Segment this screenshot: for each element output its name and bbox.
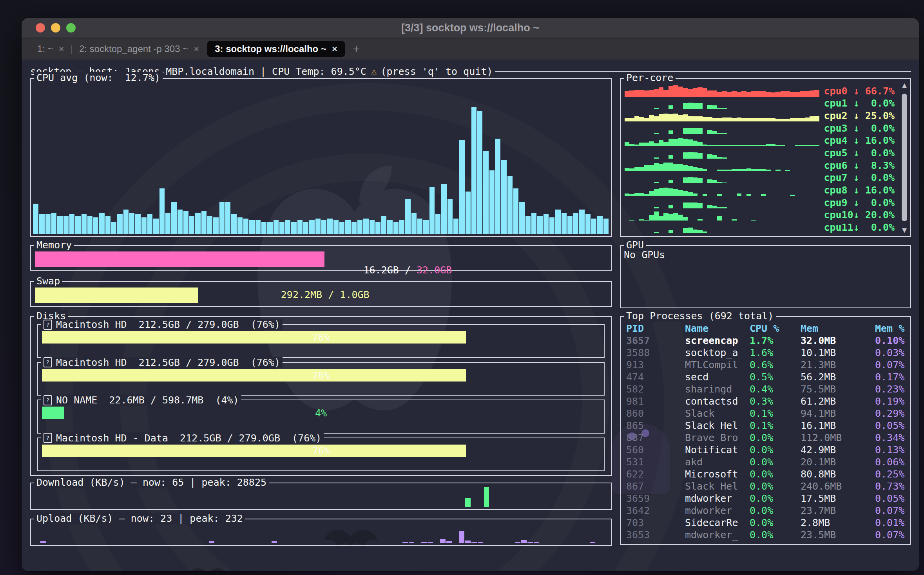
chart-bar [261,222,266,234]
chart-bar [471,542,477,543]
memory-title: Memory [34,239,74,251]
per-core-panel: Per-core cpu0 ↓ 66.7%cpu1 ↓ 0.0%cpu2 ↓ 2… [620,78,911,237]
process-row[interactable]: 531akd0.0%20.1MB0.06% [621,456,907,468]
cpu-cell: 1.6% [750,347,801,358]
mpct-cell: 0.34% [875,432,907,443]
process-row[interactable]: 913MTLCompil0.6%21.3MB0.07% [621,359,907,371]
chart-bar [495,139,500,234]
chart-bar [673,114,678,121]
core-sparkline [625,84,819,97]
chart-bar [717,118,722,121]
disk-usage-track: 76% [42,445,600,457]
mpct-cell: 0.29% [875,408,907,419]
mpct-cell: 0.07% [875,505,907,516]
chart-bar [669,86,673,97]
core-row: cpu9 ↓ 0.0% [625,196,895,208]
chart-bar [525,216,531,234]
per-core-scrollbar[interactable]: ▲ ▼ [900,80,909,235]
cpu-cell: 0.0% [750,517,801,528]
pid-cell: 3642 [626,505,685,516]
chart-bar [135,214,140,234]
mem-cell: 56.2MB [801,371,875,383]
chart-bar [698,116,702,121]
chart-bar [629,90,634,97]
cpu-avg-title: CPU avg (now: 12.7%) [34,72,163,84]
chart-bar [688,103,692,109]
chart-bar [732,118,736,121]
mem-cell: 80.8MB [801,468,875,480]
chart-bar [659,164,663,171]
chart-bar [683,128,688,134]
chart-bar [688,192,692,196]
chart-bar [698,128,702,134]
chart-bar [209,541,214,543]
chart-bar [805,91,810,96]
process-row[interactable]: 474secd0.5%56.2MB0.17% [621,371,907,383]
mpct-cell: 0.23% [875,383,907,395]
process-row[interactable]: 860Slack0.1%94.1MB0.29% [621,407,907,419]
chart-bar [707,205,712,208]
zoom-window-button[interactable] [66,23,76,33]
name-cell: Microsoft [685,468,750,480]
process-row[interactable]: 3657screencap1.7%32.0MB0.10% [621,335,907,347]
process-row[interactable]: 887Brave Bro0.0%112.0MB0.34% [621,432,907,444]
chart-bar [688,89,692,97]
top-processes-title: Top Processes (692 total) [624,310,776,322]
scrollbar-thumb[interactable] [902,94,907,221]
chart-bar [466,192,471,234]
tab-close-icon[interactable]: × [59,43,64,54]
process-row[interactable]: 582sharingd0.4%75.5MB0.23% [621,383,907,395]
process-row[interactable]: 3642mdworker_0.0%23.7MB0.07% [621,504,907,517]
chart-bar [489,170,495,234]
disk-usage-track: 4% [42,407,600,419]
disk-item: ?NO NAME 22.6MB / 598.7MB (4%)4% [37,400,605,434]
chart-bar [775,119,780,121]
scroll-down-icon[interactable]: ▼ [900,225,909,235]
process-row[interactable]: 3659mdworker_0.0%17.5MB0.05% [621,492,907,504]
name-cell: contactsd [685,396,750,407]
chart-bar [579,210,584,234]
tab-close-icon[interactable]: × [332,43,337,54]
scroll-up-icon[interactable]: ▲ [900,80,909,90]
chart-bar [669,155,673,159]
minimize-window-button[interactable] [51,23,60,33]
chart-bar [737,118,741,121]
chart-bar [40,541,46,543]
name-cell: screencap [685,335,750,346]
name-cell: mdworker_ [685,493,750,504]
process-row[interactable]: 3588socktop_a1.6%10.1MB0.03% [621,347,907,359]
tab-1[interactable]: 1: ~× [32,41,70,57]
process-row[interactable]: 3653mdworker_0.0%23.5MB0.07% [621,529,907,541]
mem-cell: 2.8MB [801,517,875,528]
tab-3[interactable]: 3: socktop ws://localho ~× [207,41,345,57]
tab-close-icon[interactable]: × [194,43,199,54]
chart-bar [87,216,92,234]
pid-cell: 3653 [626,529,685,541]
process-row[interactable]: 560Notificat0.0%42.9MB0.13% [621,444,907,456]
chart-bar [399,220,404,234]
core-sparkline [625,146,819,159]
close-window-button[interactable] [36,23,45,33]
chart-bar [634,90,639,96]
chart-bar [381,216,386,234]
tab-label: 2: socktop_agent -p 303 ~ [79,43,188,54]
name-cell: Brave Bro [685,432,750,443]
disk-item-title: ?Macintosh HD 212.5GB / 279.0GB (76%) [41,319,283,330]
chart-bar [429,187,435,234]
process-row[interactable]: 981contactsd0.3%61.2MB0.19% [621,395,907,407]
chart-bar [761,91,766,96]
terminal-window: [3/3] socktop ws://localho ~ 1: ~×|2: so… [22,18,919,571]
chart-bar [363,219,368,234]
process-row[interactable]: 865Slack Hel0.1%16.1MB0.05% [621,419,907,432]
titlebar[interactable]: [3/3] socktop ws://localho ~ [22,18,919,38]
tab-2[interactable]: 2: socktop_agent -p 303 ~× [74,41,205,57]
chart-bar [111,222,116,234]
column-header: Mem % [875,323,907,334]
chart-bar [339,222,344,234]
chart-bar [471,107,476,234]
chart-bar [717,92,722,97]
process-row[interactable]: 867Slack Hel0.0%240.6MB0.73% [621,480,907,492]
process-row[interactable]: 703SidecarRe0.0%2.8MB0.01% [621,517,907,529]
new-tab-button[interactable]: + [353,43,359,55]
process-row[interactable]: 622Microsoft0.0%80.8MB0.25% [621,468,907,480]
